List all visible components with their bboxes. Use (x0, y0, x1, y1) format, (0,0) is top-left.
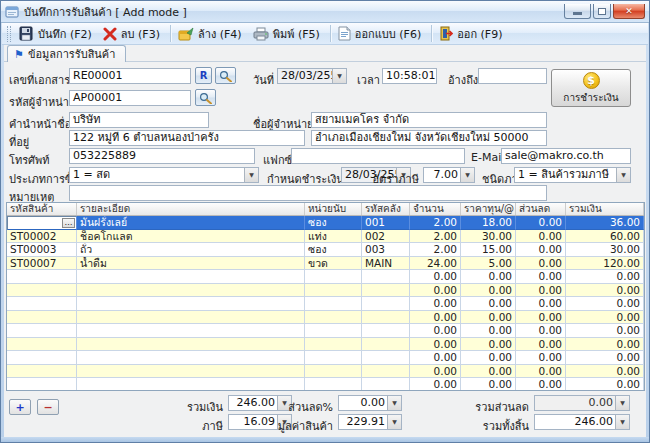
grid-cell[interactable] (7, 365, 77, 379)
grid-cell[interactable] (77, 324, 305, 338)
run-number-button[interactable]: R (195, 67, 212, 84)
grid-cell[interactable]: 18.00 (461, 216, 516, 230)
grid-cell[interactable] (305, 338, 362, 352)
grid-cell[interactable] (7, 324, 77, 338)
grid-cell[interactable]: 0.00 (516, 338, 566, 352)
grid-cell[interactable]: 0.00 (410, 324, 461, 338)
column-header[interactable]: จำนวน (410, 203, 461, 215)
note-input[interactable] (69, 185, 547, 201)
grid-cell[interactable]: 0.00 (516, 230, 566, 244)
grid-cell[interactable]: 0.00 (516, 324, 566, 338)
remove-row-button[interactable]: − (37, 399, 59, 415)
grid-cell[interactable]: 0.00 (461, 378, 516, 391)
grid-cell[interactable]: 24.00 (410, 257, 461, 271)
chevron-down-icon[interactable]: ▼ (615, 396, 629, 410)
chevron-down-icon[interactable]: ▼ (244, 168, 258, 182)
buy-type-select[interactable]: 1 = สด ▼ (69, 167, 259, 183)
grid-cell[interactable] (362, 338, 410, 352)
minimize-button[interactable] (564, 4, 591, 19)
delete-button[interactable]: ลบ (F3) (99, 24, 167, 44)
grid-row[interactable]: 0.000.000.000.00 (7, 365, 644, 379)
grid-cell[interactable] (7, 270, 77, 284)
exit-button[interactable]: ออก (F9) (435, 24, 509, 44)
grid-cell[interactable]: ช็อคโกแลต (77, 230, 305, 244)
chevron-down-icon[interactable]: ▼ (615, 415, 629, 429)
grid-cell[interactable]: 2.00 (410, 216, 461, 230)
grid-cell[interactable] (77, 378, 305, 391)
grid-cell[interactable]: 0.00 (516, 243, 566, 257)
grid-cell[interactable] (362, 365, 410, 379)
grid-cell[interactable] (362, 311, 410, 325)
grid-cell[interactable]: 0.00 (516, 284, 566, 298)
grid-cell[interactable]: ST00001… (7, 216, 77, 230)
grid-cell[interactable]: 0.00 (566, 338, 644, 352)
grid-cell[interactable]: 0.00 (516, 216, 566, 230)
grid-cell[interactable]: 0.00 (516, 378, 566, 391)
tax-rate-select[interactable]: 7.00 ▼ (423, 167, 475, 183)
grid-cell[interactable]: 36.00 (566, 216, 644, 230)
toolbar-grip[interactable] (7, 26, 11, 42)
grid-cell[interactable]: 003 (362, 243, 410, 257)
column-header[interactable]: รหัสคลัง (362, 203, 410, 215)
grid-cell[interactable]: 30.00 (566, 243, 644, 257)
grid-cell[interactable]: 0.00 (516, 257, 566, 271)
grid-cell[interactable] (7, 284, 77, 298)
supplier-code-input[interactable]: AP00001 (69, 90, 191, 106)
supplier-search-button[interactable] (195, 89, 216, 106)
grid-row[interactable]: ST00002ช็อคโกแลตแท่ง0022.0030.000.0060.0… (7, 230, 644, 244)
grid-cell[interactable]: 0.00 (566, 270, 644, 284)
grid-cell[interactable]: 2.00 (410, 243, 461, 257)
print-button[interactable]: พิมพ์ (F5) (249, 24, 327, 44)
grid-cell[interactable] (305, 297, 362, 311)
column-header[interactable]: รายละเอียด (77, 203, 305, 215)
grid-cell[interactable]: ถั่ว (77, 243, 305, 257)
grid-cell[interactable] (77, 270, 305, 284)
grid-cell[interactable] (305, 351, 362, 365)
chevron-down-icon[interactable]: ▼ (616, 168, 630, 182)
maximize-button[interactable] (593, 4, 611, 19)
grid-cell[interactable]: ST00003 (7, 243, 77, 257)
fax-input[interactable] (291, 148, 465, 164)
grid-cell[interactable]: 0.00 (461, 297, 516, 311)
title-bar[interactable]: บันทึกการรับสินค้า [ Add mode ] ✕ (1, 1, 649, 23)
tax-type-select[interactable]: 1 = สินค้ารวมภาษี ▼ (514, 167, 631, 183)
address2-input[interactable]: อำเภอเมืองเชียงใหม่ จังหวัดเชียงใหม่ 500… (311, 130, 547, 146)
grid-cell[interactable]: ขวด (305, 257, 362, 271)
grid-row[interactable]: 0.000.000.000.00 (7, 324, 644, 338)
address-input[interactable]: 122 หมู่ที่ 6 ตำบลหนองป่าครั่ง (69, 130, 305, 146)
save-button[interactable]: บันทึก (F2) (14, 24, 99, 44)
grid-cell[interactable]: 0.00 (516, 351, 566, 365)
grid-cell[interactable]: 0.00 (461, 311, 516, 325)
grid-cell[interactable]: 0.00 (516, 311, 566, 325)
grid-cell[interactable]: 0.00 (566, 378, 644, 391)
design-button[interactable]: ออกแบบ (F6) (334, 24, 428, 44)
grid-cell[interactable] (77, 365, 305, 379)
grid-cell[interactable]: 0.00 (461, 324, 516, 338)
grid-cell[interactable]: 0.00 (461, 365, 516, 379)
grid-cell[interactable]: 0.00 (461, 351, 516, 365)
clear-button[interactable]: ล้าง (F4) (174, 24, 249, 44)
column-header[interactable]: ส่วนลด (516, 203, 566, 215)
grid-cell[interactable]: ST00002 (7, 230, 77, 244)
grid-cell[interactable]: 0.00 (410, 338, 461, 352)
grid-cell[interactable]: 15.00 (461, 243, 516, 257)
grid-row[interactable]: 0.000.000.000.00 (7, 284, 644, 298)
grid-cell[interactable] (362, 284, 410, 298)
grid-cell[interactable]: 0.00 (410, 365, 461, 379)
grid-cell[interactable]: 5.00 (461, 257, 516, 271)
grid-cell[interactable]: 0.00 (516, 297, 566, 311)
grid-row[interactable]: ST00007น้ำดื่มขวดMAIN24.005.000.00120.00 (7, 257, 644, 271)
grid-cell[interactable]: 0.00 (516, 365, 566, 379)
grid-cell[interactable] (77, 351, 305, 365)
grid-cell[interactable] (7, 297, 77, 311)
grid-cell[interactable]: 0.00 (516, 270, 566, 284)
grid-cell[interactable]: 2.00 (410, 230, 461, 244)
close-button[interactable]: ✕ (613, 4, 645, 19)
column-header[interactable]: หน่วยนับ (305, 203, 362, 215)
grid-cell[interactable]: 0.00 (566, 365, 644, 379)
doc-search-button[interactable] (215, 67, 236, 84)
grid-cell[interactable] (77, 311, 305, 325)
grid-cell[interactable]: 0.00 (410, 270, 461, 284)
grid-cell[interactable]: 30.00 (461, 230, 516, 244)
grid-row[interactable]: 0.000.000.000.00 (7, 338, 644, 352)
